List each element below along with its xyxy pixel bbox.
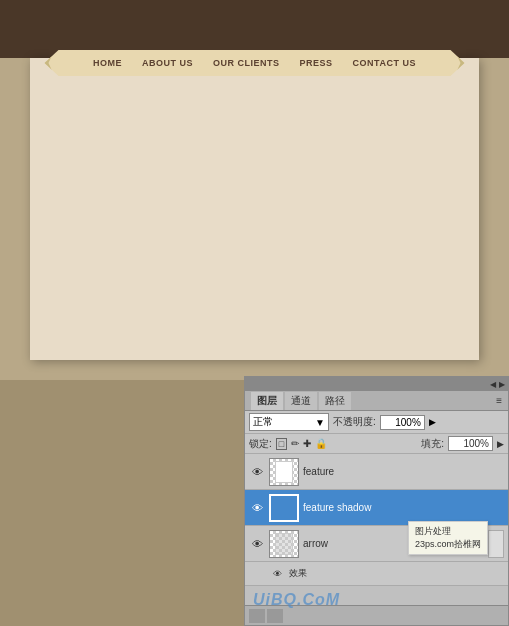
watermark: UiBQ.CoM xyxy=(253,591,340,609)
layer-arrow[interactable]: 👁 arrow 图片处理23ps.com拾椎网 xyxy=(245,526,508,562)
site-header: HOME ABOUT US OUR CLIENTS PRESS CONTACT … xyxy=(0,0,509,58)
delete-layer-icon[interactable] xyxy=(267,609,283,623)
opacity-arrow[interactable]: ▶ xyxy=(429,417,436,427)
layer-feature[interactable]: 👁 feature xyxy=(245,454,508,490)
opacity-label: 不透明度: xyxy=(333,415,376,429)
lock-square-icon[interactable]: □ xyxy=(276,438,287,450)
ps-tabs: 图层 通道 路径 xyxy=(251,392,351,410)
layer-thumb-feature xyxy=(269,458,299,486)
new-layer-icon[interactable] xyxy=(249,609,265,623)
site-content xyxy=(30,58,479,360)
lock-move-icon[interactable]: ✚ xyxy=(303,438,311,449)
layer-right-thumb xyxy=(488,530,504,558)
layer-visibility-shadow[interactable]: 👁 xyxy=(249,500,265,516)
nav-about[interactable]: ABOUT US xyxy=(142,58,193,68)
blend-mode-row: 正常 ▼ 不透明度: 100% ▶ xyxy=(245,411,508,434)
dropdown-arrow: ▼ xyxy=(315,417,325,428)
collapse-btn[interactable]: ◀ xyxy=(490,380,496,389)
tab-paths[interactable]: 路径 xyxy=(319,392,351,410)
lock-brush-icon[interactable]: ✏ xyxy=(291,438,299,449)
nav-clients[interactable]: OUR CLIENTS xyxy=(213,58,280,68)
fill-arrow[interactable]: ▶ xyxy=(497,439,504,449)
layer-visibility-feature[interactable]: 👁 xyxy=(249,464,265,480)
blend-mode-select[interactable]: 正常 ▼ xyxy=(249,413,329,431)
tab-channels[interactable]: 通道 xyxy=(285,392,317,410)
ps-panel-menu: ≡ xyxy=(496,395,502,406)
nav-press[interactable]: PRESS xyxy=(300,58,333,68)
fill-label: 填充: xyxy=(421,437,444,451)
ribbon-container: HOME ABOUT US OUR CLIENTS PRESS CONTACT … xyxy=(0,50,509,76)
layer-thumb-shadow xyxy=(269,494,299,522)
layer-name-feature: feature xyxy=(303,466,504,477)
nav-ribbon: HOME ABOUT US OUR CLIENTS PRESS CONTACT … xyxy=(45,50,465,76)
ps-panel-header: 图层 通道 路径 ≡ xyxy=(245,391,508,411)
nav-contact[interactable]: CONTACT US xyxy=(353,58,416,68)
layer-effects[interactable]: 👁 效果 xyxy=(245,562,508,586)
layer-name-effects: 效果 xyxy=(289,567,504,580)
expand-btn[interactable]: ▶ xyxy=(499,380,505,389)
layer-tooltip-box: 图片处理23ps.com拾椎网 xyxy=(408,521,488,555)
photoshop-panel: ◀ ▶ 图层 通道 路径 ≡ 正常 ▼ 不透明度: 100% ▶ 锁定: □ ✏… xyxy=(244,376,509,626)
lock-label: 锁定: xyxy=(249,437,272,451)
opacity-value[interactable]: 100% xyxy=(380,415,425,430)
layer-visibility-effects[interactable]: 👁 xyxy=(269,566,285,582)
panel-menu-icon[interactable]: ≡ xyxy=(496,395,502,406)
ps-panel-topbar: ◀ ▶ xyxy=(245,377,508,391)
lock-all-icon[interactable]: 🔒 xyxy=(315,438,327,449)
website-preview: HOME ABOUT US OUR CLIENTS PRESS CONTACT … xyxy=(0,0,509,380)
tab-layers[interactable]: 图层 xyxy=(251,392,283,410)
nav-menu: HOME ABOUT US OUR CLIENTS PRESS CONTACT … xyxy=(93,58,416,68)
layer-thumb-arrow xyxy=(269,530,299,558)
lock-row: 锁定: □ ✏ ✚ 🔒 填充: 100% ▶ xyxy=(245,434,508,454)
blend-mode-value: 正常 xyxy=(253,415,273,429)
layers-list: 👁 feature 👁 feature shadow 👁 arrow 图片处理2… xyxy=(245,454,508,605)
nav-home[interactable]: HOME xyxy=(93,58,122,68)
fill-value[interactable]: 100% xyxy=(448,436,493,451)
layer-visibility-arrow[interactable]: 👁 xyxy=(249,536,265,552)
layer-name-shadow: feature shadow xyxy=(303,502,504,513)
